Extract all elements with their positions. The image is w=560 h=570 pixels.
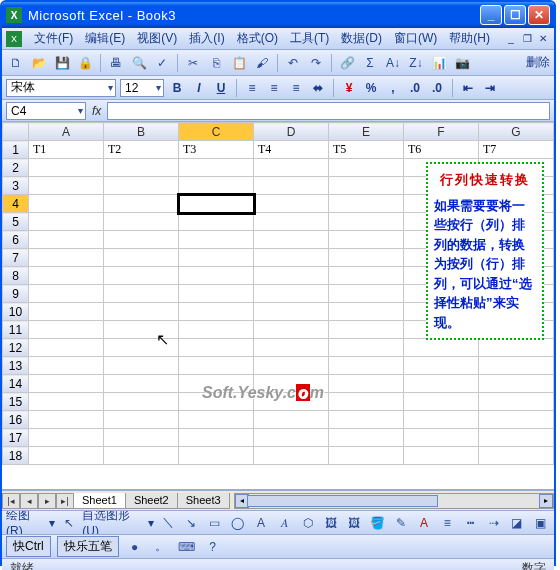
cell[interactable] — [329, 159, 404, 177]
cell[interactable]: T4 — [254, 141, 329, 159]
cell[interactable] — [329, 285, 404, 303]
sheet-tab-1[interactable]: Sheet1 — [73, 493, 126, 509]
hyperlink-icon[interactable]: 🔗 — [337, 53, 357, 73]
cell[interactable] — [254, 159, 329, 177]
save-icon[interactable]: 💾 — [52, 53, 72, 73]
floating-text-box[interactable]: 行列快速转换 如果需要要将一些按行（列）排列的数据，转换为按列（行）排列，可以通… — [426, 162, 544, 340]
sheet-tab-2[interactable]: Sheet2 — [125, 493, 178, 509]
cell[interactable] — [329, 321, 404, 339]
cell[interactable] — [404, 357, 479, 375]
format-painter-icon[interactable]: 🖌 — [252, 53, 272, 73]
select-all-corner[interactable] — [3, 123, 29, 141]
cell[interactable] — [29, 339, 104, 357]
cell[interactable] — [29, 375, 104, 393]
cell[interactable] — [179, 321, 254, 339]
cell[interactable] — [404, 375, 479, 393]
ime-question-icon[interactable]: ? — [203, 537, 223, 557]
col-header-a[interactable]: A — [29, 123, 104, 141]
increase-indent-icon[interactable]: ⇥ — [481, 79, 499, 97]
cell[interactable] — [479, 393, 554, 411]
clipart-icon[interactable]: 🖼 — [321, 513, 340, 533]
cell[interactable] — [104, 321, 179, 339]
cell[interactable] — [104, 213, 179, 231]
arrow-style-icon[interactable]: ⇢ — [484, 513, 503, 533]
cell[interactable]: T7 — [479, 141, 554, 159]
col-header-b[interactable]: B — [104, 123, 179, 141]
dash-style-icon[interactable]: ┅ — [461, 513, 480, 533]
cell[interactable] — [329, 177, 404, 195]
decrease-decimal-icon[interactable]: .0 — [428, 79, 446, 97]
cell[interactable] — [254, 357, 329, 375]
cell[interactable] — [329, 195, 404, 213]
cell[interactable]: T2 — [104, 141, 179, 159]
cell[interactable] — [29, 285, 104, 303]
cell[interactable] — [104, 303, 179, 321]
sheet-tab-3[interactable]: Sheet3 — [177, 493, 230, 509]
cell[interactable] — [29, 357, 104, 375]
menu-edit[interactable]: 编辑(E) — [79, 28, 131, 49]
row-header[interactable]: 5 — [3, 213, 29, 231]
cell[interactable] — [179, 285, 254, 303]
comma-icon[interactable]: , — [384, 79, 402, 97]
col-header-e[interactable]: E — [329, 123, 404, 141]
drawing-menu[interactable]: 绘图(R) — [6, 510, 45, 534]
cell[interactable] — [104, 267, 179, 285]
cell[interactable]: T5 — [329, 141, 404, 159]
menu-help[interactable]: 帮助(H) — [443, 28, 496, 49]
cell[interactable] — [329, 411, 404, 429]
horizontal-scrollbar[interactable]: ◂ ▸ — [234, 493, 554, 509]
merge-center-icon[interactable]: ⬌ — [309, 79, 327, 97]
select-objects-icon[interactable]: ↖ — [59, 513, 78, 533]
cell[interactable]: T1 — [29, 141, 104, 159]
ime-keyboard-icon[interactable]: ⌨ — [177, 537, 197, 557]
redo-icon[interactable]: ↷ — [306, 53, 326, 73]
cell[interactable] — [29, 267, 104, 285]
cell[interactable] — [254, 231, 329, 249]
row-header[interactable]: 2 — [3, 159, 29, 177]
align-left-icon[interactable]: ≡ — [243, 79, 261, 97]
cell[interactable] — [329, 249, 404, 267]
cell[interactable] — [254, 249, 329, 267]
cell[interactable] — [179, 231, 254, 249]
cell[interactable] — [479, 411, 554, 429]
cell[interactable] — [479, 447, 554, 465]
preview-icon[interactable]: 🔍 — [129, 53, 149, 73]
cell[interactable] — [404, 411, 479, 429]
row-header[interactable]: 13 — [3, 357, 29, 375]
line-style-icon[interactable]: ≡ — [438, 513, 457, 533]
cell[interactable] — [179, 267, 254, 285]
rectangle-icon[interactable]: ▭ — [205, 513, 224, 533]
cell[interactable] — [254, 375, 329, 393]
cell[interactable] — [179, 159, 254, 177]
cell[interactable] — [254, 285, 329, 303]
tab-nav-prev[interactable]: ◂ — [20, 493, 38, 509]
cell[interactable] — [254, 429, 329, 447]
italic-button[interactable]: I — [190, 79, 208, 97]
cell[interactable] — [254, 213, 329, 231]
wordart-icon[interactable]: 𝐴 — [275, 513, 294, 533]
row-header[interactable]: 15 — [3, 393, 29, 411]
cell[interactable] — [29, 231, 104, 249]
cell[interactable] — [179, 447, 254, 465]
bold-button[interactable]: B — [168, 79, 186, 97]
scroll-thumb[interactable] — [247, 495, 438, 507]
row-header[interactable]: 7 — [3, 249, 29, 267]
cell[interactable] — [254, 411, 329, 429]
cell[interactable] — [104, 411, 179, 429]
increase-decimal-icon[interactable]: .0 — [406, 79, 424, 97]
menu-tools[interactable]: 工具(T) — [284, 28, 335, 49]
cell[interactable] — [179, 393, 254, 411]
menu-format[interactable]: 格式(O) — [231, 28, 284, 49]
cell[interactable] — [29, 159, 104, 177]
row-header[interactable]: 17 — [3, 429, 29, 447]
autoshapes-menu[interactable]: 自选图形(U) — [82, 510, 144, 534]
name-box[interactable]: C4 — [6, 102, 86, 120]
cut-icon[interactable]: ✂ — [183, 53, 203, 73]
row-header[interactable]: 18 — [3, 447, 29, 465]
cell[interactable] — [329, 303, 404, 321]
cell[interactable] — [404, 339, 479, 357]
cell[interactable] — [329, 213, 404, 231]
align-center-icon[interactable]: ≡ — [265, 79, 283, 97]
permission-icon[interactable]: 🔒 — [75, 53, 95, 73]
row-header[interactable]: 14 — [3, 375, 29, 393]
